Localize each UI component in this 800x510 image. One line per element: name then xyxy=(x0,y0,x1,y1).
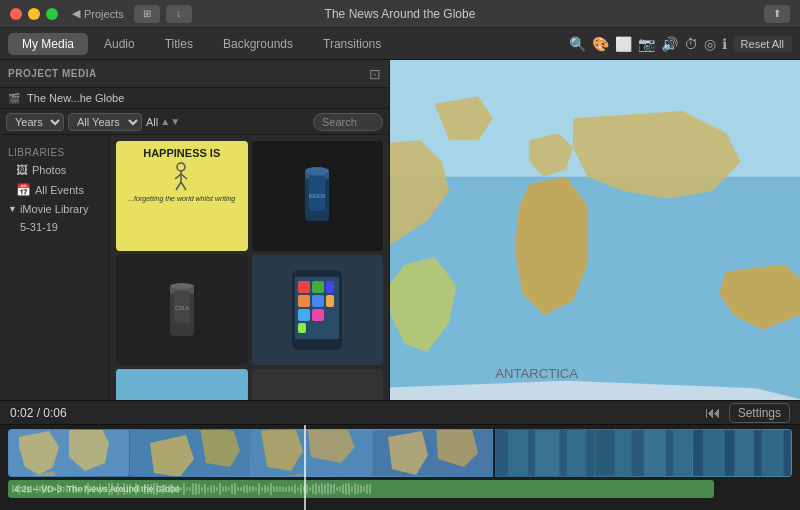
tab-my-media[interactable]: My Media xyxy=(8,33,88,55)
waveform-bar xyxy=(192,483,194,494)
stabilize-icon[interactable]: ◎ xyxy=(704,36,716,52)
waveform-bar xyxy=(312,484,314,494)
filter-bar: Years All Years All ▲▼ xyxy=(0,109,389,135)
sort-select[interactable]: Years xyxy=(6,113,64,131)
waveform-bar xyxy=(204,484,206,495)
svg-rect-22 xyxy=(312,295,324,307)
crop-tool-icon[interactable]: ⬜ xyxy=(615,36,632,52)
camera-icon[interactable]: 📷 xyxy=(638,36,655,52)
sidebar-item-all-events[interactable]: 📅 All Events xyxy=(0,180,109,200)
video-track[interactable] xyxy=(8,429,792,477)
skip-start-icon[interactable]: ⏮ xyxy=(705,404,721,422)
wframe-2 xyxy=(595,430,693,476)
waveform-bar xyxy=(279,486,281,492)
titlebar: ◀ Projects ⊞ ↓ The News Around the Globe… xyxy=(0,0,800,28)
waveform-bar xyxy=(234,483,236,494)
media-thumb-beer-dark[interactable]: BEER xyxy=(252,141,384,251)
waveform-bar xyxy=(351,486,353,493)
can-small-icon: COLA xyxy=(163,278,201,343)
svg-rect-47 xyxy=(614,430,631,476)
search-input[interactable] xyxy=(313,113,383,131)
back-projects-btn[interactable]: ◀ Projects xyxy=(72,7,124,20)
sidebar-library-date[interactable]: 5-31-19 xyxy=(0,218,109,236)
settings-btn[interactable]: Settings xyxy=(729,403,790,423)
waveform-bar xyxy=(303,486,305,492)
fullscreen-button[interactable] xyxy=(46,8,58,20)
svg-point-15 xyxy=(170,283,194,289)
tab-audio[interactable]: Audio xyxy=(90,33,149,55)
video-segment-map xyxy=(8,429,493,477)
waveform-bar xyxy=(309,487,311,490)
speed-icon[interactable]: ⏱ xyxy=(684,36,698,52)
minimize-button[interactable] xyxy=(28,8,40,20)
waveform-bar xyxy=(342,484,344,493)
library-toggle-btn[interactable]: ⊞ xyxy=(134,5,160,23)
info-icon[interactable]: ℹ xyxy=(722,36,727,52)
waveform-bar xyxy=(246,485,248,493)
tab-titles[interactable]: Titles xyxy=(151,33,207,55)
media-thumb-apps[interactable] xyxy=(252,255,384,365)
window-controls: ◀ Projects ⊞ ↓ xyxy=(10,5,192,23)
audio-track[interactable]: // Generate waveform bars inline const w… xyxy=(8,480,714,498)
waveform-bar xyxy=(333,484,335,495)
libraries-label: LIBRARIES xyxy=(0,145,109,160)
crop-icon[interactable]: 🔍 xyxy=(569,36,586,52)
svg-rect-42 xyxy=(508,430,528,476)
sidebar-imovie-library[interactable]: ▼ iMovie Library xyxy=(0,200,109,218)
tab-backgrounds[interactable]: Backgrounds xyxy=(209,33,307,55)
audio-icon[interactable]: 🔊 xyxy=(661,36,678,52)
waveform-bar xyxy=(264,485,266,493)
waveform-bar xyxy=(240,487,242,491)
waveform-bar xyxy=(345,483,347,494)
svg-rect-54 xyxy=(762,430,784,476)
project-media-label: PROJECT MEDIA xyxy=(8,68,363,79)
wframe-3 xyxy=(693,430,791,476)
waveform-bar xyxy=(360,485,362,493)
timeline-controls: ⏮ Settings xyxy=(705,403,790,423)
waveform-bar xyxy=(321,483,323,495)
color-icon[interactable]: 🎨 xyxy=(592,36,609,52)
timeline-tracks: // Generate waveform bars inline const w… xyxy=(0,425,800,510)
reset-all-btn[interactable]: Reset All xyxy=(733,36,792,52)
vframe-1 xyxy=(9,430,129,476)
waveform-bar xyxy=(261,487,263,490)
sidebar-item-photos[interactable]: 🖼 Photos xyxy=(0,160,109,180)
all-filter: All ▲▼ xyxy=(146,116,180,128)
svg-rect-24 xyxy=(298,309,310,321)
waveform-bar xyxy=(231,484,233,493)
waveform-bar xyxy=(297,487,299,491)
titlebar-actions: ⬆ xyxy=(764,5,790,23)
svg-line-2 xyxy=(175,174,181,179)
svg-rect-23 xyxy=(326,295,334,307)
media-thumb-happiness[interactable]: HAPPINESS IS ...forgetting the world whi… xyxy=(116,141,248,251)
waveform-bar xyxy=(336,487,338,492)
waveform-bar xyxy=(252,486,254,492)
world-map-svg: ANTARCTICA xyxy=(390,60,800,410)
waveform-bar xyxy=(216,487,218,492)
range-select[interactable]: All Years xyxy=(68,113,142,131)
expand-btn[interactable]: ⊡ xyxy=(369,66,381,82)
svg-rect-48 xyxy=(643,430,665,476)
waveform-bar xyxy=(243,485,245,494)
waveform-bar xyxy=(249,486,251,493)
share-btn[interactable]: ⬆ xyxy=(764,5,790,23)
vframe-3 xyxy=(251,430,371,476)
import-btn[interactable]: ↓ xyxy=(166,5,192,23)
beer-can-icon: BEER xyxy=(297,161,337,231)
waveform-bar xyxy=(201,487,203,491)
waveform-bar xyxy=(282,486,284,493)
phone-icon xyxy=(287,265,347,355)
waveform-bar xyxy=(354,483,356,495)
media-thumb-can-small[interactable]: COLA xyxy=(116,255,248,365)
waveform-bar xyxy=(324,484,326,495)
tab-transitions[interactable]: Transitions xyxy=(309,33,395,55)
close-button[interactable] xyxy=(10,8,22,20)
svg-line-3 xyxy=(181,174,187,179)
svg-rect-25 xyxy=(312,309,324,321)
svg-point-10 xyxy=(305,167,329,175)
waveform-bar xyxy=(306,484,308,495)
waveform-bar xyxy=(237,487,239,491)
waveform-bar xyxy=(366,484,368,494)
preview-tools: 🔍 🎨 ⬜ 📷 🔊 ⏱ ◎ ℹ Reset All xyxy=(569,36,792,52)
audio-track-label: 4:2s – VO-3: The News Around the Globe xyxy=(14,484,180,494)
